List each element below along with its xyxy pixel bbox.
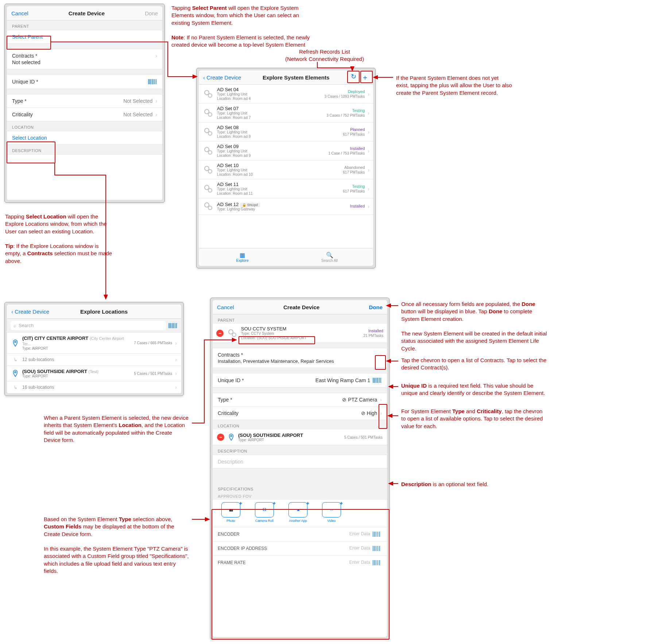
element-row[interactable]: AD Set 07Type: Lighting UnitLocation: Ro… [199, 104, 373, 123]
spec-uploads: 📷+Photo 🎞+Camera Roll ☁+Another App ▭+Vi… [213, 500, 387, 527]
element-row[interactable]: AD Set 10Type: Lighting UnitLocation: Ro… [199, 160, 373, 179]
contracts-label: Contracts * [12, 53, 37, 59]
criticality-row[interactable]: Criticality⊘ High› [213, 407, 387, 420]
type-row[interactable]: Type *Not Selected› [7, 94, 162, 108]
cancel-button[interactable]: Cancel [217, 304, 234, 310]
upload-photo[interactable]: 📷+Photo [218, 502, 244, 523]
element-row[interactable]: AD Set 04Type: Lighting UnitLocation: Ro… [199, 85, 373, 104]
element-row[interactable]: AD Set 11Type: Lighting UnitLocation: Ro… [199, 179, 373, 198]
location-row[interactable]: (SOU) SOUTHSIDE AIRPORT (Test)Type: AIRP… [7, 366, 181, 381]
svg-point-15 [205, 166, 209, 171]
description-input[interactable]: Description [213, 455, 387, 468]
location-row[interactable]: (CIT) CITY CENTER AIRPORT (City Center A… [7, 333, 181, 354]
chevron-right-icon: › [155, 53, 157, 59]
uniqueid-row[interactable]: Unique ID * East Wing Ramp Cam 1 [213, 373, 387, 387]
parent-selected-row[interactable]: − SOU CCTV SYSTEM Type: CCTV System Loca… [213, 324, 387, 343]
done-button[interactable]: Done [369, 304, 383, 310]
chevron-right-icon: › [368, 129, 369, 135]
cancel-button[interactable]: Cancel [11, 10, 28, 16]
section-description: DESCRIPTION [213, 445, 387, 455]
element-row[interactable]: AD Set 09Type: Lighting UnitLocation: Ro… [199, 141, 373, 160]
tab-bar: ▦Explore 🔍Search All [199, 248, 373, 266]
spec-encoder[interactable]: ENCODEREnter Data [213, 527, 387, 541]
barcode-icon[interactable] [168, 322, 178, 329]
search-icon: ⌕ [13, 323, 16, 328]
barcode-icon[interactable] [372, 531, 382, 538]
remove-parent-icon[interactable]: − [216, 330, 224, 337]
panel-explore-locations: ‹ Create Device Explore Locations ⌕Searc… [4, 302, 184, 396]
gears-icon [202, 201, 214, 212]
chevron-right-icon: › [155, 112, 157, 117]
svg-point-10 [208, 113, 212, 116]
select-parent-label: Select Parent [12, 34, 43, 40]
uniqueid-row[interactable]: Unique ID * [7, 75, 162, 89]
description-placeholder: Description [218, 459, 243, 465]
select-parent-row[interactable]: Select Parent [7, 30, 162, 43]
svg-point-17 [205, 185, 209, 190]
sublocation-row[interactable]: ↳16 sub-locations› [7, 381, 181, 393]
tab-explore[interactable]: ▦Explore [199, 248, 286, 266]
contracts-label: Contracts * [218, 352, 243, 358]
svg-point-29 [15, 372, 16, 373]
type-label: Type * [12, 98, 27, 104]
pin-icon [11, 339, 19, 347]
chevron-right-icon: › [175, 371, 177, 376]
uniqueid-value: East Wing Ramp Cam 1 [248, 377, 370, 383]
svg-point-18 [208, 189, 212, 192]
barcode-icon[interactable] [148, 78, 157, 85]
barcode-icon[interactable] [372, 559, 382, 566]
location-name: (SOU) SOUTHSIDE AIRPORT [238, 432, 342, 438]
barcode-icon[interactable] [372, 545, 382, 552]
nav-title: Create Device [69, 10, 105, 16]
anno-inherit-location: When a Parent System Element is selected… [44, 414, 190, 444]
barcode-icon[interactable] [372, 377, 382, 384]
element-row[interactable]: AD Set 08Type: Lighting UnitLocation: Ro… [199, 123, 373, 141]
location-selected-row[interactable]: − (SOU) SOUTHSIDE AIRPORTType: AIRPORT 5… [213, 430, 387, 445]
tab-search-all[interactable]: 🔍Search All [286, 248, 373, 266]
select-location-label: Select Location [12, 135, 47, 141]
section-description: DESCRIPTION [7, 145, 162, 154]
element-row[interactable]: AD Set 12🔒 SNUpdType: Lighting Gateway I… [199, 198, 373, 215]
svg-point-20 [208, 206, 212, 210]
chevron-right-icon: › [175, 340, 177, 346]
remove-location-icon[interactable]: − [217, 434, 224, 441]
element-list: AD Set 04Type: Lighting UnitLocation: Ro… [199, 85, 373, 248]
spec-fov-label: APPROVED FOV [213, 493, 387, 500]
svg-point-8 [208, 94, 212, 97]
gears-icon [202, 183, 214, 195]
uniqueid-label: Unique ID * [218, 377, 244, 383]
description-row[interactable] [7, 155, 162, 173]
nav-bar: ‹ Create Device Explore System Elements … [199, 70, 373, 85]
location-list: (CIT) CITY CENTER AIRPORT (City Center A… [7, 333, 181, 393]
chevron-right-icon: › [368, 186, 369, 192]
type-row[interactable]: Type *⊘ PTZ Camera› [213, 393, 387, 407]
criticality-row[interactable]: CriticalityNot Selected› [7, 108, 162, 121]
back-button[interactable]: ‹ Create Device [11, 309, 49, 315]
add-icon[interactable]: ＋ [361, 73, 369, 82]
chevron-right-icon: › [175, 384, 177, 390]
upload-video[interactable]: ▭+Video [318, 502, 345, 523]
chevron-right-icon: › [368, 203, 369, 209]
chevron-right-icon: › [380, 397, 382, 403]
chevron-right-icon: › [368, 91, 369, 97]
chevron-right-icon: › [368, 110, 369, 116]
select-location-row[interactable]: Select Location [7, 131, 162, 144]
parent-name: SOU CCTV SYSTEM [241, 326, 340, 331]
section-location: LOCATION [7, 121, 162, 131]
upload-camera-roll[interactable]: 🎞+Camera Roll [251, 502, 278, 523]
upload-another-app[interactable]: ☁+Another App [285, 502, 311, 523]
svg-point-13 [205, 147, 209, 152]
svg-point-16 [208, 170, 212, 173]
sublocation-row[interactable]: ↳12 sub-locations› [7, 354, 181, 366]
refresh-icon[interactable]: ↻ [351, 73, 356, 82]
spec-frame-rate[interactable]: FRAME RATEEnter Data [213, 555, 387, 570]
contracts-row[interactable]: Contracts * › Not selected [7, 49, 162, 69]
sublocation-icon: ↳ [11, 357, 19, 362]
spec-encoder-ip[interactable]: ENCODER IP ADDRESSEnter Data [213, 541, 387, 555]
anno-add-parent: If the Parent System Element does not ye… [396, 74, 513, 97]
back-button[interactable]: ‹ Create Device [203, 74, 241, 81]
gears-icon [202, 107, 214, 119]
contracts-row[interactable]: Contracts *› Installation, Preventative … [213, 348, 387, 368]
chevron-right-icon: › [368, 167, 369, 173]
search-input[interactable]: ⌕Search [11, 321, 166, 330]
